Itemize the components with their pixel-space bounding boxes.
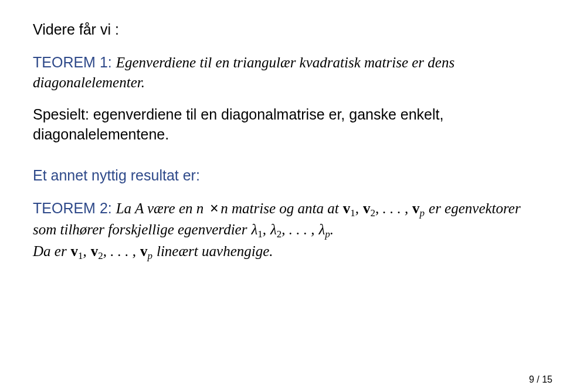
v1b-vec: v [71, 243, 79, 259]
v1-vec: v [343, 200, 351, 216]
v1-sub: 1 [350, 207, 355, 218]
v1b-sub: 1 [78, 250, 83, 261]
times-symbol: × [208, 200, 221, 216]
v2b-sub: 2 [98, 250, 103, 261]
spesielt-text: Spesielt: egenverdiene til en diagonalma… [33, 105, 530, 145]
period-1: . [330, 221, 334, 237]
theorem-2-label: TEOREM 2: [33, 200, 112, 216]
lambda1: λ [251, 221, 257, 237]
theorem-2-pre: La A være en n [116, 200, 204, 216]
lambdap: λ [318, 221, 325, 237]
vp-vec: v [412, 200, 420, 216]
vpb-sub: p [148, 250, 153, 261]
slide: Videre får vi : TEOREM 1: Egenverdiene t… [0, 0, 563, 392]
vpb-vec: v [140, 243, 148, 259]
v2-vec: v [363, 200, 371, 216]
theorem-2-mid: n matrise og anta at [221, 200, 338, 216]
dots-3: , . . . , [103, 243, 136, 259]
intro-text: Videre får vi : [33, 20, 530, 40]
lead-2: Et annet nyttig resultat er: [33, 166, 530, 186]
v2b-vec: v [91, 243, 99, 259]
page-number: 9 / 15 [529, 373, 552, 386]
lambdap-sub: p [325, 229, 330, 240]
theorem-2: TEOREM 2: La A være en n ×n matrise og a… [33, 199, 530, 263]
dots-1: , . . . , [375, 200, 408, 216]
theorem-2-post3: lineært uavhengige. [157, 243, 273, 259]
v2-sub: 2 [370, 207, 375, 218]
lambda1-sub: 1 [257, 229, 263, 240]
vp-sub: p [420, 207, 425, 218]
theorem-1: TEOREM 1: Egenverdiene til en triangulær… [33, 53, 530, 93]
dots-2: , . . . , [282, 221, 314, 237]
theorem-2-post2: Da er [33, 243, 67, 259]
comma-2: , [263, 221, 266, 237]
lambda2-sub: 2 [277, 229, 282, 240]
comma-3: , [83, 243, 87, 259]
lambda2: λ [270, 221, 277, 237]
comma-1: , [355, 200, 359, 216]
theorem-1-label: TEOREM 1: [33, 54, 112, 70]
